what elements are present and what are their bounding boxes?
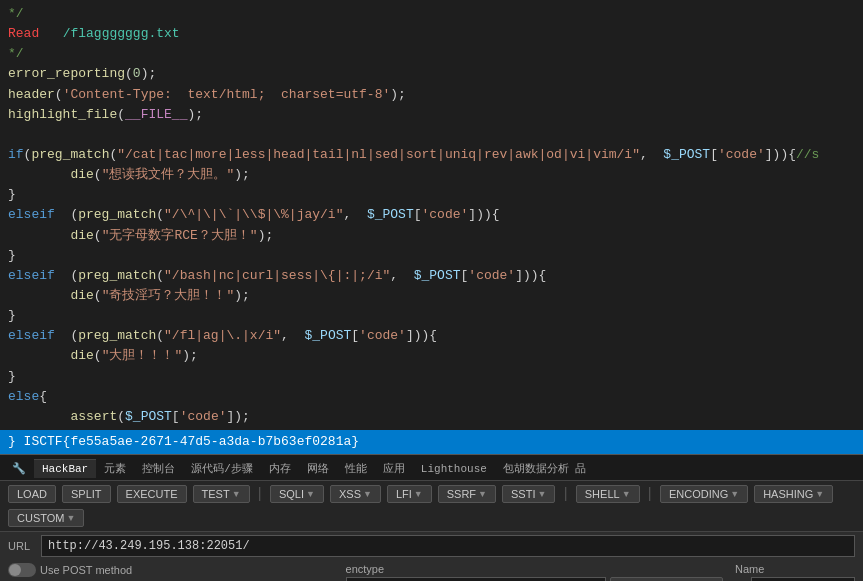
split-button[interactable]: SPLIT: [62, 485, 111, 503]
sep-2: |: [561, 486, 569, 502]
code-line-14: elseif (preg_match("/bash|nc|curl|sess|\…: [8, 266, 855, 286]
encoding-button[interactable]: ENCODING ▼: [660, 485, 748, 503]
code-editor: */ Read /flaggggggg.txt */ error_reporti…: [0, 0, 863, 430]
code-line-4: error_reporting(0);: [8, 64, 855, 84]
hashing-button[interactable]: HASHING ▼: [754, 485, 833, 503]
shell-button[interactable]: SHELL ▼: [576, 485, 640, 503]
enctype-label: enctype: [346, 563, 723, 575]
code-line-9: die("想读我文件？大胆。");: [8, 165, 855, 185]
url-input[interactable]: [41, 535, 855, 557]
sep-1: |: [256, 486, 264, 502]
hackbar-toolbar: LOAD SPLIT EXECUTE TEST ▼ | SQLI ▼ XSS ▼…: [0, 481, 863, 532]
toggle-track: [8, 563, 36, 577]
load-button[interactable]: LOAD: [8, 485, 56, 503]
tab-lighthouse[interactable]: Lighthouse: [413, 460, 495, 478]
url-row: URL: [0, 532, 863, 560]
code-line-16: }: [8, 306, 855, 326]
code-line-21: assert($_POST['code']);: [8, 407, 855, 427]
enctype-section: enctype application/x-www-form-urlencode…: [346, 563, 723, 581]
lfi-button[interactable]: LFI ▼: [387, 485, 432, 503]
custom-button[interactable]: CUSTOM ▼: [8, 509, 84, 527]
code-line-20: else{: [8, 387, 855, 407]
tab-application[interactable]: 应用: [375, 458, 413, 479]
code-line-3: */: [8, 44, 855, 64]
xss-button[interactable]: XSS ▼: [330, 485, 381, 503]
hackbar-panel: 🔧 HackBar 元素 控制台 源代码/步骤 内存 网络 性能 应用 Ligh…: [0, 454, 863, 581]
code-line-8: if(preg_match("/cat|tac|more|less|head|t…: [8, 145, 855, 165]
sep-3: |: [646, 486, 654, 502]
ssti-button[interactable]: SSTI ▼: [502, 485, 555, 503]
tab-sources[interactable]: 源代码/步骤: [183, 458, 261, 479]
sqli-button[interactable]: SQLI ▼: [270, 485, 324, 503]
execute-button[interactable]: EXECUTE: [117, 485, 187, 503]
toggle-thumb: [9, 564, 21, 576]
name-label: Name: [735, 563, 855, 575]
post-method-toggle[interactable]: Use POST method: [8, 563, 132, 577]
tab-elements[interactable]: 元素: [96, 458, 134, 479]
enctype-row: application/x-www-form-urlencoded MODIFY…: [346, 577, 723, 581]
test-button[interactable]: TEST ▼: [193, 485, 250, 503]
code-line-5: header('Content-Type: text/html; charset…: [8, 85, 855, 105]
tab-network[interactable]: 网络: [299, 458, 337, 479]
enctype-select[interactable]: application/x-www-form-urlencoded: [346, 577, 606, 581]
name-section: Name ✓: [735, 563, 855, 581]
code-line-1: */: [8, 4, 855, 24]
code-line-17: elseif (preg_match("/fl|ag|\.|x/i", $_PO…: [8, 326, 855, 346]
tab-hackbar[interactable]: HackBar: [34, 459, 96, 478]
code-line-13: }: [8, 246, 855, 266]
tab-console[interactable]: 控制台: [134, 458, 183, 479]
tab-icon[interactable]: 🔧: [4, 459, 34, 478]
tab-performance[interactable]: 性能: [337, 458, 375, 479]
code-line-7: [8, 125, 855, 145]
code-line-19: }: [8, 367, 855, 387]
modify-header-button[interactable]: MODIFY HEADER: [610, 577, 723, 581]
hackbar-tabs: 🔧 HackBar 元素 控制台 源代码/步骤 内存 网络 性能 应用 Ligh…: [0, 455, 863, 481]
code-line-11: elseif (preg_match("/\^|\|\`|\\$|\%|jay/…: [8, 205, 855, 225]
post-label: Use POST method: [40, 564, 132, 576]
name-input[interactable]: [751, 577, 855, 581]
code-line-10: }: [8, 185, 855, 205]
code-line-6: highlight_file(__FILE__);: [8, 105, 855, 125]
code-line-18: die("大胆！！！");: [8, 346, 855, 366]
highlight-flag-line: } ISCTF{fe55a5ae-2671-47d5-a3da-b7b63ef0…: [0, 430, 863, 454]
tab-memory[interactable]: 内存: [261, 458, 299, 479]
url-label: URL: [8, 540, 33, 552]
body-section: Use POST method Body: [8, 563, 334, 581]
code-line-2: Read /flaggggggg.txt: [8, 24, 855, 44]
code-line-12: die("无字母数字RCE？大胆！");: [8, 226, 855, 246]
ssrf-button[interactable]: SSRF ▼: [438, 485, 496, 503]
tab-analysis[interactable]: 包胡数据分析 品: [495, 458, 595, 479]
code-line-15: die("奇技淫巧？大胆！！");: [8, 286, 855, 306]
